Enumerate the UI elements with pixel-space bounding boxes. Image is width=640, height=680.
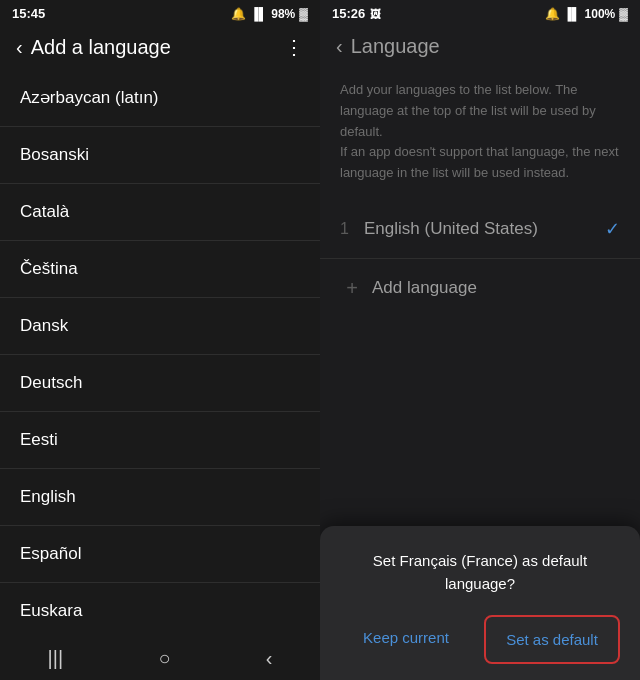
recent-apps-left[interactable]: ||| (48, 647, 64, 670)
battery-icon-left: ▓ (299, 7, 308, 21)
plus-icon: + (340, 277, 364, 300)
screenshot-icon: 🖼 (370, 8, 381, 20)
status-bar-right: 15:26 🖼 🔔 ▐▌ 100% ▓ (320, 0, 640, 25)
language-item[interactable]: Azərbaycan (latın) (0, 69, 320, 127)
set-as-default-button[interactable]: Set as default (484, 615, 620, 664)
dialog-message: Set Français (France) as default languag… (340, 550, 620, 595)
back-button-right[interactable]: ‹ (336, 35, 343, 58)
language-item[interactable]: Euskara (0, 583, 320, 639)
more-button-left[interactable]: ⋮ (284, 35, 304, 59)
page-title-right: Language (351, 35, 440, 58)
entry-name-english: English (United States) (364, 219, 605, 239)
add-language-text: Add language (372, 278, 477, 298)
time-left: 15:45 (12, 6, 45, 21)
battery-icon-right: ▓ (619, 7, 628, 21)
page-title-left: Add a language (31, 36, 171, 59)
description-area: Add your languages to the list below. Th… (320, 68, 640, 200)
signal-icon-right: ▐▌ (564, 7, 581, 21)
dialog-buttons: Keep current Set as default (340, 615, 620, 664)
battery-left: 98% (271, 7, 295, 21)
language-item[interactable]: Español (0, 526, 320, 583)
header-nav-left: ‹ Add a language (16, 36, 171, 59)
status-icons-right: 🔔 ▐▌ 100% ▓ (545, 7, 628, 21)
language-item[interactable]: Català (0, 184, 320, 241)
entry-check-english: ✓ (605, 218, 620, 240)
language-item[interactable]: English (0, 469, 320, 526)
language-item[interactable]: Bosanski (0, 127, 320, 184)
nav-bar-left: ||| ○ ‹ (0, 639, 320, 680)
header-left: ‹ Add a language ⋮ (0, 25, 320, 69)
status-icons-left: 🔔 ▐▌ 98% ▓ (231, 7, 308, 21)
left-panel: 15:45 🔔 ▐▌ 98% ▓ ‹ Add a language ⋮ Azər… (0, 0, 320, 680)
add-language-entry[interactable]: + Add language (320, 259, 640, 318)
header-right: ‹ Language (320, 25, 640, 68)
language-entry-english[interactable]: 1 English (United States) ✓ (320, 200, 640, 259)
dialog-overlay: Set Français (France) as default languag… (320, 526, 640, 680)
back-nav-left[interactable]: ‹ (266, 647, 273, 670)
description-text: Add your languages to the list below. Th… (340, 82, 619, 180)
language-item[interactable]: Eesti (0, 412, 320, 469)
language-item[interactable]: Deutsch (0, 355, 320, 412)
entry-number: 1 (340, 220, 364, 238)
status-bar-left: 15:45 🔔 ▐▌ 98% ▓ (0, 0, 320, 25)
signal-icon-left: ▐▌ (250, 7, 267, 21)
language-item[interactable]: Čeština (0, 241, 320, 298)
volume-icon-right: 🔔 (545, 7, 560, 21)
battery-right: 100% (585, 7, 616, 21)
volume-icon-left: 🔔 (231, 7, 246, 21)
language-item[interactable]: Dansk (0, 298, 320, 355)
home-button-left[interactable]: ○ (158, 647, 170, 670)
language-list: Azərbaycan (latın)BosanskiCatalàČeštinaD… (0, 69, 320, 639)
keep-current-button[interactable]: Keep current (340, 615, 472, 664)
right-panel: 15:26 🖼 🔔 ▐▌ 100% ▓ ‹ Language Add your … (320, 0, 640, 680)
back-button-left[interactable]: ‹ (16, 36, 23, 59)
time-right: 15:26 (332, 6, 365, 21)
